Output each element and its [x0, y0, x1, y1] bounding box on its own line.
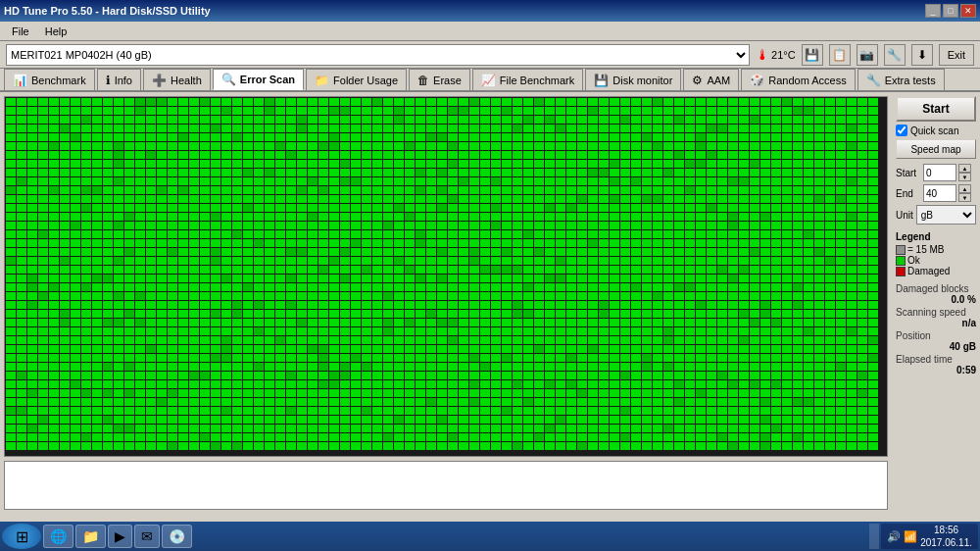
legend-swatch-gray: [896, 245, 906, 255]
legend-item-damaged: Damaged: [896, 266, 976, 276]
drive-icon-btn3[interactable]: 📷: [857, 44, 878, 66]
drive-icon-btn1[interactable]: 💾: [802, 44, 823, 66]
end-field-input[interactable]: [923, 184, 956, 202]
start-spin-down[interactable]: ▼: [958, 173, 971, 181]
close-button[interactable]: ✕: [960, 4, 976, 18]
start-orb[interactable]: ⊞: [2, 524, 41, 549]
tab-error-scan[interactable]: 🔍 Error Scan: [213, 69, 304, 90]
position-label: Position: [896, 330, 976, 341]
taskbar-expand[interactable]: [869, 524, 879, 549]
tab-health[interactable]: ➕ Health: [143, 69, 211, 90]
legend-item-gray: = 15 MB: [896, 244, 976, 255]
benchmark-icon: 📊: [13, 74, 27, 87]
temperature-value: 21°C: [771, 49, 796, 61]
end-field-label: End: [896, 188, 921, 199]
maximize-button[interactable]: □: [943, 4, 958, 18]
legend-item-ok: Ok: [896, 255, 976, 266]
taskbar-btn-email[interactable]: ✉: [134, 525, 160, 548]
end-field-row: End ▲ ▼: [896, 184, 976, 202]
start-field-label: Start: [896, 168, 921, 178]
scan-grid: [4, 96, 888, 457]
minimize-button[interactable]: _: [925, 4, 941, 18]
tab-file-benchmark[interactable]: 📈 File Benchmark: [472, 69, 583, 90]
tab-benchmark[interactable]: 📊 Benchmark: [4, 69, 95, 90]
position-value: 40 gB: [896, 341, 976, 352]
error-scan-icon: 🔍: [221, 73, 236, 86]
tab-aam[interactable]: ⚙ AAM: [683, 69, 739, 90]
speed-map-button[interactable]: Speed map: [896, 139, 976, 159]
clock-date: 2017.06.11.: [920, 536, 972, 549]
menu-help[interactable]: Help: [37, 24, 75, 39]
title-text: HD Tune Pro 5.50 - Hard Disk/SSD Utility: [4, 5, 211, 17]
windows-logo-icon: ⊞: [16, 527, 28, 546]
start-field-row: Start ▲ ▼: [896, 164, 976, 181]
drive-bar: MERIT021 MP0402H (40 gB) 🌡 21°C 💾 📋 📷 🔧 …: [0, 41, 980, 69]
unit-row: Unit gB: [896, 205, 976, 225]
taskbar-btn-media[interactable]: ▶: [108, 525, 132, 548]
extra-tests-icon: 🔧: [866, 74, 881, 87]
start-spinner: ▲ ▼: [958, 164, 971, 181]
end-spinner: ▲ ▼: [958, 184, 971, 202]
tab-bar: 📊 Benchmark ℹ Info ➕ Health 🔍 Error Scan…: [0, 69, 980, 92]
taskbar: ⊞ 🌐 📁 ▶ ✉ 💿 🔊 📶 18:56 2017.06.11.: [0, 522, 980, 551]
grid-area: [0, 92, 892, 514]
drive-icon-btn2[interactable]: 📋: [829, 44, 851, 66]
damaged-blocks-label: Damaged blocks: [896, 283, 976, 294]
unit-select[interactable]: gB: [916, 205, 976, 225]
health-icon: ➕: [152, 74, 167, 87]
tab-extra-tests[interactable]: 🔧 Extra tests: [858, 69, 945, 90]
tab-folder-usage[interactable]: 📁 Folder Usage: [306, 69, 407, 90]
scanning-speed-value: n/a: [896, 318, 976, 328]
right-panel: Start Quick scan Speed map Start ▲ ▼ End…: [892, 92, 980, 514]
tab-info[interactable]: ℹ Info: [97, 69, 141, 90]
tab-random-access[interactable]: 🎲 Random Access: [741, 69, 855, 90]
temperature-display: 🌡 21°C: [756, 47, 796, 63]
legend-swatch-green: [896, 256, 906, 266]
file-benchmark-icon: 📈: [481, 74, 496, 87]
legend-box: Legend = 15 MB Ok Damaged: [896, 231, 976, 276]
folder-usage-icon: 📁: [315, 74, 329, 87]
tab-disk-monitor[interactable]: 💾 Disk monitor: [585, 69, 681, 90]
exit-button[interactable]: Exit: [939, 44, 974, 66]
end-spin-up[interactable]: ▲: [958, 184, 971, 193]
grid-canvas: [5, 97, 887, 456]
tab-erase[interactable]: 🗑 Erase: [409, 69, 470, 90]
quick-scan-checkbox[interactable]: [896, 125, 907, 136]
legend-title: Legend: [896, 231, 976, 242]
start-button[interactable]: Start: [896, 96, 976, 122]
drive-selector[interactable]: MERIT021 MP0402H (40 gB): [6, 44, 750, 66]
quick-scan-row: Quick scan: [896, 125, 976, 136]
elapsed-time-label: Elapsed time: [896, 354, 976, 365]
taskbar-btn-disk[interactable]: 💿: [162, 525, 192, 548]
thermometer-icon: 🌡: [756, 47, 769, 63]
drive-icon-btn5[interactable]: ⬇: [911, 44, 933, 66]
taskbar-btn-browser[interactable]: 🌐: [43, 525, 74, 548]
end-spin-down[interactable]: ▼: [958, 193, 971, 202]
unit-label: Unit: [896, 210, 913, 221]
clock-time: 18:56: [920, 524, 972, 536]
volume-icon[interactable]: 🔊: [887, 530, 901, 543]
main-content: Start Quick scan Speed map Start ▲ ▼ End…: [0, 92, 980, 514]
log-area: [4, 461, 888, 510]
network-icon[interactable]: 📶: [904, 530, 917, 543]
drive-icon-btn4[interactable]: 🔧: [884, 44, 906, 66]
random-access-icon: 🎲: [750, 74, 764, 87]
menu-file[interactable]: File: [4, 24, 37, 39]
start-field-input[interactable]: [923, 164, 956, 181]
stats-section: Damaged blocks 0.0 % Scanning speed n/a …: [896, 283, 976, 376]
erase-icon: 🗑: [417, 74, 429, 87]
quick-scan-label: Quick scan: [910, 125, 958, 136]
legend-swatch-red: [896, 267, 906, 276]
title-bar: HD Tune Pro 5.50 - Hard Disk/SSD Utility…: [0, 0, 980, 22]
disk-monitor-icon: 💾: [594, 74, 609, 87]
sys-tray: 🔊 📶 18:56 2017.06.11.: [881, 524, 978, 549]
taskbar-btn-folder[interactable]: 📁: [75, 525, 106, 548]
start-spin-up[interactable]: ▲: [958, 164, 971, 173]
clock: 18:56 2017.06.11.: [920, 524, 972, 549]
damaged-blocks-value: 0.0 %: [896, 294, 976, 305]
scanning-speed-label: Scanning speed: [896, 307, 976, 318]
elapsed-time-value: 0:59: [896, 365, 976, 376]
menu-bar: File Help: [0, 22, 980, 41]
aam-icon: ⚙: [692, 74, 703, 87]
info-icon: ℹ: [106, 74, 111, 87]
